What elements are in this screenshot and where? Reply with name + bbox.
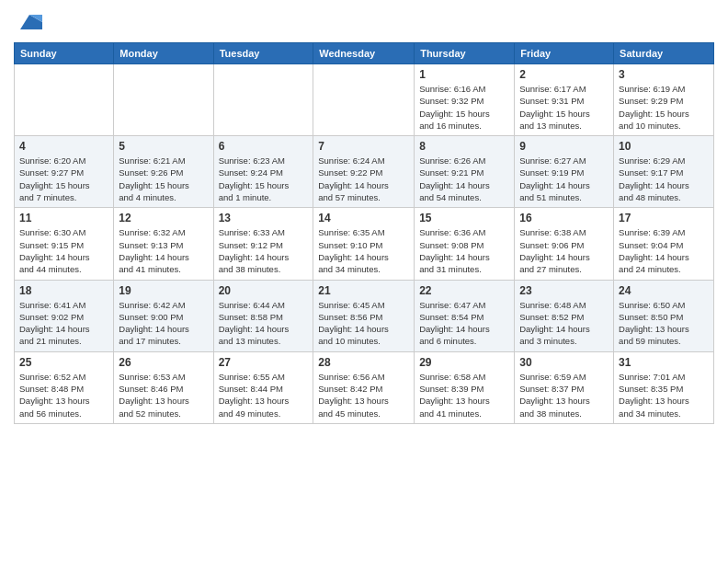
calendar-cell: 1Sunrise: 6:16 AMSunset: 9:32 PMDaylight…	[415, 64, 515, 136]
calendar: SundayMondayTuesdayWednesdayThursdayFrid…	[14, 42, 714, 424]
calendar-cell: 10Sunrise: 6:29 AMSunset: 9:17 PMDayligh…	[614, 136, 714, 208]
calendar-cell: 27Sunrise: 6:55 AMSunset: 8:44 PMDayligh…	[213, 351, 313, 423]
calendar-day-header: Tuesday	[213, 43, 313, 64]
calendar-cell: 25Sunrise: 6:52 AMSunset: 8:48 PMDayligh…	[15, 351, 114, 423]
day-info-line: and 41 minutes.	[419, 408, 509, 419]
day-number: 26	[119, 356, 208, 369]
day-info-line: Daylight: 15 hours	[419, 108, 509, 120]
day-number: 14	[318, 212, 409, 224]
header	[14, 9, 714, 35]
day-info-line: Daylight: 14 hours	[119, 323, 208, 335]
calendar-cell: 23Sunrise: 6:48 AMSunset: 8:52 PMDayligh…	[515, 280, 614, 351]
calendar-cell: 12Sunrise: 6:32 AMSunset: 9:13 PMDayligh…	[114, 208, 213, 280]
day-info-line: Sunrise: 6:26 AM	[419, 155, 509, 167]
day-info-line: and 45 minutes.	[318, 408, 409, 419]
day-number: 3	[619, 68, 709, 81]
day-number: 19	[119, 284, 208, 297]
day-info-line: Sunset: 8:50 PM	[619, 311, 709, 323]
day-number: 20	[219, 284, 309, 297]
day-info-line: and 21 minutes.	[19, 335, 108, 347]
calendar-cell: 11Sunrise: 6:30 AMSunset: 9:15 PMDayligh…	[15, 208, 114, 280]
day-info-line: and 7 minutes.	[19, 191, 108, 203]
day-info-line: Sunrise: 6:55 AM	[219, 371, 309, 383]
day-info-line: Sunset: 9:27 PM	[19, 167, 108, 178]
day-info-line: and 44 minutes.	[19, 263, 108, 275]
day-info-line: Sunset: 8:44 PM	[219, 383, 309, 395]
day-info-line: Sunrise: 6:38 AM	[519, 226, 609, 238]
day-info-line: and 17 minutes.	[119, 335, 208, 347]
calendar-day-header: Thursday	[415, 43, 515, 64]
day-info-line: Sunset: 8:52 PM	[519, 311, 609, 323]
day-info-line: Sunset: 9:26 PM	[119, 167, 208, 178]
day-number: 29	[419, 356, 509, 369]
day-info-line: Sunset: 9:29 PM	[619, 95, 709, 107]
day-info-line: Sunrise: 6:53 AM	[119, 371, 208, 383]
calendar-day-header: Sunday	[15, 43, 114, 64]
day-info-line: Sunrise: 6:59 AM	[519, 371, 609, 383]
day-info-line: Sunrise: 6:48 AM	[519, 299, 609, 311]
day-number: 27	[219, 356, 309, 369]
day-info-line: Daylight: 14 hours	[119, 251, 208, 263]
calendar-cell: 13Sunrise: 6:33 AMSunset: 9:12 PMDayligh…	[213, 208, 313, 280]
day-info-line: and 38 minutes.	[519, 408, 609, 419]
day-info-line: Sunset: 8:56 PM	[318, 311, 409, 323]
day-info-line: Sunset: 9:04 PM	[619, 239, 709, 251]
day-info-line: Sunrise: 6:32 AM	[119, 226, 208, 238]
calendar-cell: 19Sunrise: 6:42 AMSunset: 9:00 PMDayligh…	[114, 280, 213, 351]
day-info-line: Daylight: 15 hours	[219, 179, 309, 191]
day-info-line: Sunset: 8:46 PM	[119, 383, 208, 395]
day-number: 18	[19, 284, 108, 297]
day-number: 24	[619, 284, 709, 297]
day-info-line: Sunset: 9:32 PM	[419, 95, 509, 107]
day-number: 13	[219, 212, 309, 224]
day-info-line: and 38 minutes.	[219, 263, 309, 275]
calendar-cell: 6Sunrise: 6:23 AMSunset: 9:24 PMDaylight…	[213, 136, 313, 208]
day-info-line: and 10 minutes.	[619, 120, 709, 132]
day-info-line: Sunrise: 6:30 AM	[19, 226, 108, 238]
day-info-line: Sunrise: 6:35 AM	[318, 226, 409, 238]
day-info-line: Daylight: 14 hours	[519, 251, 609, 263]
day-info-line: Daylight: 14 hours	[519, 323, 609, 335]
day-number: 5	[119, 140, 208, 153]
calendar-week-row: 25Sunrise: 6:52 AMSunset: 8:48 PMDayligh…	[15, 351, 714, 423]
day-info-line: and 13 minutes.	[519, 120, 609, 132]
calendar-cell: 15Sunrise: 6:36 AMSunset: 9:08 PMDayligh…	[415, 208, 515, 280]
day-info-line: and 41 minutes.	[119, 263, 208, 275]
day-info-line: Sunrise: 6:47 AM	[419, 299, 509, 311]
day-info-line: Sunset: 9:17 PM	[619, 167, 709, 178]
day-info-line: Sunrise: 6:21 AM	[119, 155, 208, 167]
day-info-line: Sunset: 9:31 PM	[519, 95, 609, 107]
day-info-line: Sunset: 9:10 PM	[318, 239, 409, 251]
day-info-line: and 54 minutes.	[419, 191, 509, 203]
day-number: 10	[619, 140, 709, 153]
day-info-line: and 10 minutes.	[318, 335, 409, 347]
day-info-line: Sunrise: 6:16 AM	[419, 83, 509, 95]
page: SundayMondayTuesdayWednesdayThursdayFrid…	[0, 0, 728, 563]
calendar-cell	[15, 64, 114, 136]
day-info-line: Sunset: 9:12 PM	[219, 239, 309, 251]
day-number: 22	[419, 284, 509, 297]
day-info-line: and 31 minutes.	[419, 263, 509, 275]
calendar-cell: 9Sunrise: 6:27 AMSunset: 9:19 PMDaylight…	[515, 136, 614, 208]
day-info-line: Sunset: 8:39 PM	[419, 383, 509, 395]
day-info-line: and 6 minutes.	[419, 335, 509, 347]
day-info-line: Daylight: 14 hours	[619, 179, 709, 191]
day-number: 1	[419, 68, 509, 81]
day-info-line: Sunset: 9:15 PM	[19, 239, 108, 251]
day-info-line: and 16 minutes.	[419, 120, 509, 132]
day-info-line: Sunset: 8:54 PM	[419, 311, 509, 323]
calendar-day-header: Wednesday	[313, 43, 415, 64]
calendar-day-header: Monday	[114, 43, 213, 64]
day-info-line: Sunrise: 6:58 AM	[419, 371, 509, 383]
calendar-cell: 22Sunrise: 6:47 AMSunset: 8:54 PMDayligh…	[415, 280, 515, 351]
day-info-line: Daylight: 14 hours	[519, 179, 609, 191]
day-info-line: Sunrise: 6:33 AM	[219, 226, 309, 238]
day-info-line: and 52 minutes.	[119, 408, 208, 419]
day-info-line: Sunset: 8:42 PM	[318, 383, 409, 395]
day-info-line: and 13 minutes.	[219, 335, 309, 347]
day-info-line: Sunset: 9:22 PM	[318, 167, 409, 178]
calendar-cell: 16Sunrise: 6:38 AMSunset: 9:06 PMDayligh…	[515, 208, 614, 280]
day-info-line: Sunrise: 6:24 AM	[318, 155, 409, 167]
day-info-line: and 51 minutes.	[519, 191, 609, 203]
day-info-line: and 34 minutes.	[619, 408, 709, 419]
